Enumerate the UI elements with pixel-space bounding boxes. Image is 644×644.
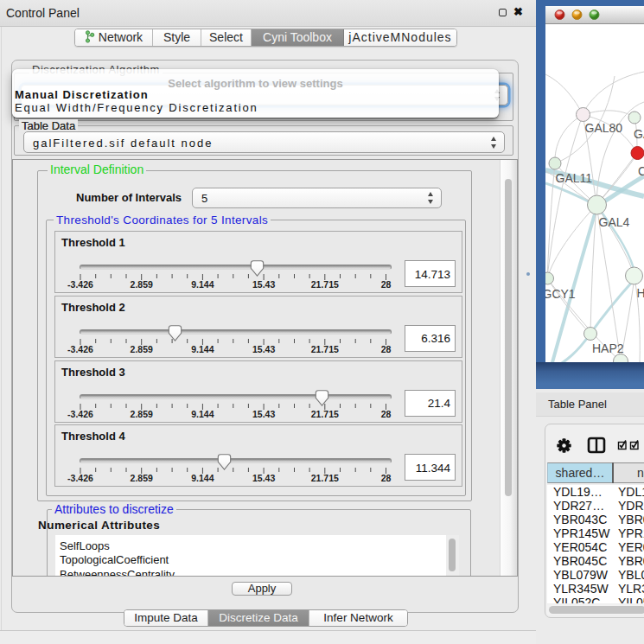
svg-text:GCY1: GCY1 bbox=[545, 287, 576, 301]
svg-text:C: C bbox=[638, 164, 644, 178]
svg-text:GAL80: GAL80 bbox=[585, 121, 623, 135]
svg-text:GA: GA bbox=[634, 127, 644, 141]
svg-text:GAL11: GAL11 bbox=[556, 171, 593, 185]
svg-text:HAP2: HAP2 bbox=[592, 341, 624, 355]
svg-text:H: H bbox=[637, 286, 644, 300]
svg-text:GAL4: GAL4 bbox=[599, 215, 630, 229]
